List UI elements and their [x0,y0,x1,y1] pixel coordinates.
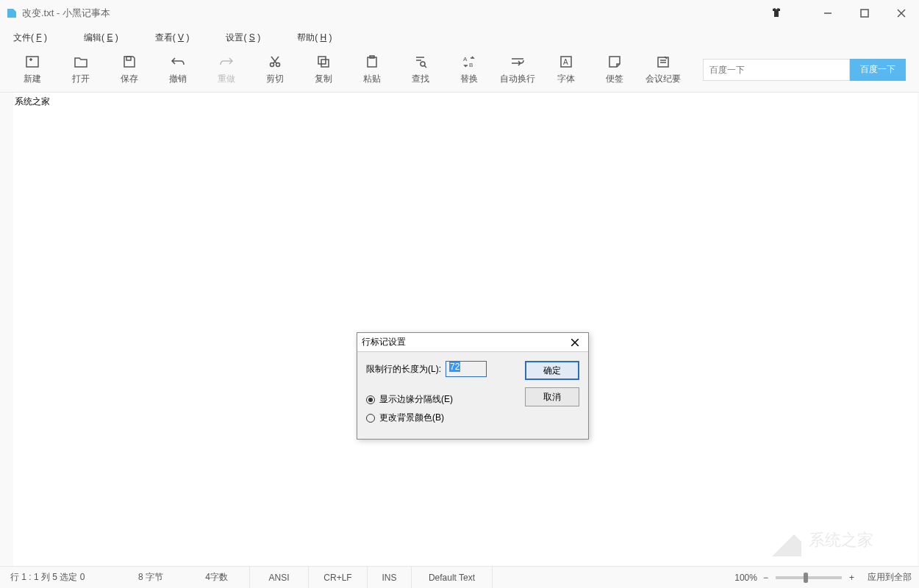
font-label: 字体 [557,73,575,85]
replace-button[interactable]: AB 替换 [450,51,488,89]
new-label: 新建 [24,73,41,85]
copy-label: 复制 [315,73,332,85]
meeting-label: 会议纪要 [646,73,681,85]
new-button[interactable]: 新建 [13,51,51,89]
find-icon [414,54,427,70]
undo-label: 撤销 [169,73,187,85]
copy-button[interactable]: 复制 [304,51,343,89]
radio-bg-label: 更改背景颜色(B) [379,412,444,424]
dialog-titlebar[interactable]: 行标记设置 [357,333,588,352]
menu-settings[interactable]: 设置( S ) [226,32,260,44]
apply-all-button[interactable]: 应用到全部 [868,571,912,584]
find-label: 查找 [412,73,429,85]
svg-rect-7 [126,57,131,60]
save-button[interactable]: 保存 [110,51,149,89]
radio-edge-label: 显示边缘分隔线(E) [379,393,453,406]
menu-view[interactable]: 查看( V ) [155,32,190,44]
cut-button[interactable]: 剪切 [256,51,294,89]
undo-icon [171,54,185,70]
svg-rect-13 [321,60,329,67]
svg-text:B: B [469,62,473,68]
meeting-notes-button[interactable]: 会议纪要 [644,51,682,89]
menu-file[interactable]: 文件( F ) [13,32,47,44]
menu-edit[interactable]: 编辑( E ) [84,32,118,44]
zoom-in-icon[interactable]: + [849,573,854,583]
svg-point-8 [271,63,274,67]
editor-area[interactable]: 系统之家 行标记设置 限制行的长度为(L): 72 确定 取消 显示边缘分隔线(… [0,93,919,566]
titlebar: 改变.txt - 小黑记事本 [0,0,919,26]
sticky-label: 便签 [606,73,623,85]
radio-icon [366,395,375,404]
maximize-button[interactable] [853,4,876,22]
save-label: 保存 [121,73,138,85]
line-marker-dialog: 行标记设置 限制行的长度为(L): 72 确定 取消 显示边缘分隔线(E) 更改… [357,332,589,440]
open-label: 打开 [72,73,90,85]
menu-help[interactable]: 帮助( H ) [297,32,332,44]
menubar: 文件( F ) 编辑( E ) 查看( V ) 设置( S ) 帮助( H ) [0,26,919,49]
toolbar: 新建 打开 保存 撤销 重做 剪切 复制 粘贴 查找 AB 替换 自动换行 A [0,49,919,93]
svg-rect-14 [368,57,376,67]
window-title: 改变.txt - 小黑记事本 [22,7,110,20]
open-button[interactable]: 打开 [62,51,100,89]
app-icon [6,7,18,19]
ok-button[interactable]: 确定 [525,361,579,380]
minimize-button[interactable] [816,4,840,22]
radio-icon [366,414,375,423]
limit-input[interactable]: 72 [446,361,487,377]
font-icon: A [559,54,573,70]
search-input[interactable] [703,59,850,81]
dialog-body: 限制行的长度为(L): 72 确定 取消 显示边缘分隔线(E) 更改背景颜色(B… [357,352,588,439]
search-button[interactable]: 百度一下 [850,59,906,81]
sticky-button[interactable]: 便签 [596,51,634,89]
status-bytes: 8 字节 [118,567,184,589]
status-insert-mode[interactable]: INS [368,567,412,589]
zoom-slider[interactable] [776,576,842,579]
redo-icon [219,54,234,70]
svg-line-19 [424,65,426,68]
theme-icon[interactable] [770,7,782,21]
sticky-icon [608,54,621,70]
radio-bg-color[interactable]: 更改背景颜色(B) [366,412,579,424]
dialog-title-text: 行标记设置 [362,336,406,348]
open-icon [74,54,88,70]
font-button[interactable]: A 字体 [547,51,585,89]
editor-content[interactable]: 系统之家 [13,93,918,111]
wordwrap-label: 自动换行 [500,73,535,85]
paste-label: 粘贴 [363,73,381,85]
statusbar: 行 1 : 1 列 5 选定 0 8 字节 4字数 ANSI CR+LF INS… [0,566,919,588]
redo-button[interactable]: 重做 [207,51,246,89]
cut-label: 剪切 [266,73,284,85]
save-icon [123,54,136,70]
search-box: 百度一下 [703,59,906,81]
dialog-close-button[interactable] [566,335,584,350]
cancel-button[interactable]: 取消 [525,387,579,406]
undo-button[interactable]: 撤销 [159,51,197,89]
copy-icon [317,54,330,70]
replace-icon: AB [462,54,476,70]
new-icon [25,54,40,70]
wordwrap-button[interactable]: 自动换行 [498,51,537,89]
status-position: 行 1 : 1 列 5 选定 0 [0,567,118,589]
status-encoding[interactable]: ANSI [250,567,309,589]
replace-label: 替换 [460,73,478,85]
meeting-icon [657,54,670,70]
status-language[interactable]: Default Text [412,567,493,589]
zoom-level: 100% [734,573,757,583]
svg-rect-1 [861,10,868,17]
svg-rect-4 [26,57,38,67]
status-eol[interactable]: CR+LF [309,567,368,589]
cut-icon [268,54,282,70]
status-chars: 4字数 [184,567,250,589]
paste-icon [365,54,379,70]
limit-label: 限制行的长度为(L): [366,363,441,376]
svg-point-9 [276,63,280,67]
svg-text:A: A [463,56,468,62]
paste-button[interactable]: 粘贴 [353,51,391,89]
redo-label: 重做 [218,73,235,85]
svg-text:A: A [563,58,568,66]
zoom-out-icon[interactable]: − [763,573,768,583]
svg-rect-12 [318,57,326,64]
wordwrap-icon [510,54,525,70]
close-button[interactable] [890,4,913,22]
find-button[interactable]: 查找 [401,51,440,89]
